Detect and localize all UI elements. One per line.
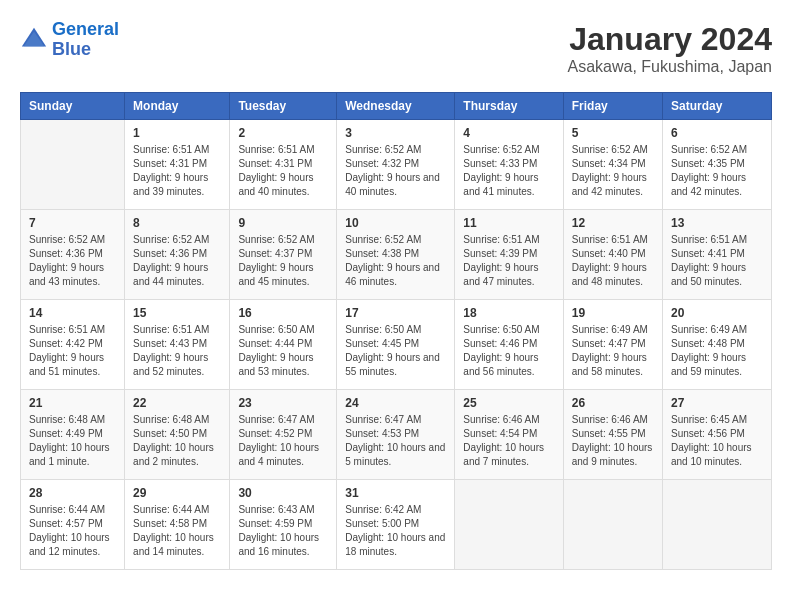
day-number: 17 [345,306,446,320]
day-number: 9 [238,216,328,230]
day-cell [21,120,125,210]
day-cell [662,480,771,570]
day-number: 2 [238,126,328,140]
day-cell: 31 Sunrise: 6:42 AMSunset: 5:00 PMDaylig… [337,480,455,570]
day-info: Sunrise: 6:52 AMSunset: 4:36 PMDaylight:… [29,233,116,289]
day-info: Sunrise: 6:51 AMSunset: 4:31 PMDaylight:… [238,143,328,199]
header-monday: Monday [125,93,230,120]
day-number: 10 [345,216,446,230]
day-info: Sunrise: 6:49 AMSunset: 4:47 PMDaylight:… [572,323,654,379]
day-info: Sunrise: 6:50 AMSunset: 4:45 PMDaylight:… [345,323,446,379]
day-cell: 9 Sunrise: 6:52 AMSunset: 4:37 PMDayligh… [230,210,337,300]
day-number: 1 [133,126,221,140]
day-info: Sunrise: 6:43 AMSunset: 4:59 PMDaylight:… [238,503,328,559]
day-number: 25 [463,396,554,410]
day-cell: 14 Sunrise: 6:51 AMSunset: 4:42 PMDaylig… [21,300,125,390]
day-cell: 30 Sunrise: 6:43 AMSunset: 4:59 PMDaylig… [230,480,337,570]
day-cell: 3 Sunrise: 6:52 AMSunset: 4:32 PMDayligh… [337,120,455,210]
day-number: 6 [671,126,763,140]
day-number: 20 [671,306,763,320]
day-number: 26 [572,396,654,410]
day-number: 14 [29,306,116,320]
day-info: Sunrise: 6:51 AMSunset: 4:41 PMDaylight:… [671,233,763,289]
day-cell: 23 Sunrise: 6:47 AMSunset: 4:52 PMDaylig… [230,390,337,480]
day-number: 4 [463,126,554,140]
day-number: 13 [671,216,763,230]
week-row-4: 28 Sunrise: 6:44 AMSunset: 4:57 PMDaylig… [21,480,772,570]
day-cell: 13 Sunrise: 6:51 AMSunset: 4:41 PMDaylig… [662,210,771,300]
calendar-subtitle: Asakawa, Fukushima, Japan [567,58,772,76]
day-info: Sunrise: 6:50 AMSunset: 4:44 PMDaylight:… [238,323,328,379]
day-number: 15 [133,306,221,320]
day-info: Sunrise: 6:52 AMSunset: 4:38 PMDaylight:… [345,233,446,289]
day-number: 7 [29,216,116,230]
header-wednesday: Wednesday [337,93,455,120]
day-number: 11 [463,216,554,230]
day-cell: 5 Sunrise: 6:52 AMSunset: 4:34 PMDayligh… [563,120,662,210]
day-number: 28 [29,486,116,500]
day-number: 23 [238,396,328,410]
day-cell: 12 Sunrise: 6:51 AMSunset: 4:40 PMDaylig… [563,210,662,300]
day-info: Sunrise: 6:52 AMSunset: 4:32 PMDaylight:… [345,143,446,199]
day-cell: 1 Sunrise: 6:51 AMSunset: 4:31 PMDayligh… [125,120,230,210]
page-header: General Blue January 2024 Asakawa, Fukus… [20,20,772,76]
day-cell: 10 Sunrise: 6:52 AMSunset: 4:38 PMDaylig… [337,210,455,300]
day-number: 3 [345,126,446,140]
day-info: Sunrise: 6:42 AMSunset: 5:00 PMDaylight:… [345,503,446,559]
day-info: Sunrise: 6:46 AMSunset: 4:55 PMDaylight:… [572,413,654,469]
calendar-title: January 2024 [567,20,772,58]
day-info: Sunrise: 6:51 AMSunset: 4:39 PMDaylight:… [463,233,554,289]
day-cell: 25 Sunrise: 6:46 AMSunset: 4:54 PMDaylig… [455,390,563,480]
day-cell: 21 Sunrise: 6:48 AMSunset: 4:49 PMDaylig… [21,390,125,480]
day-cell: 8 Sunrise: 6:52 AMSunset: 4:36 PMDayligh… [125,210,230,300]
day-cell: 20 Sunrise: 6:49 AMSunset: 4:48 PMDaylig… [662,300,771,390]
day-cell: 24 Sunrise: 6:47 AMSunset: 4:53 PMDaylig… [337,390,455,480]
day-cell [563,480,662,570]
day-info: Sunrise: 6:50 AMSunset: 4:46 PMDaylight:… [463,323,554,379]
day-cell: 15 Sunrise: 6:51 AMSunset: 4:43 PMDaylig… [125,300,230,390]
week-row-0: 1 Sunrise: 6:51 AMSunset: 4:31 PMDayligh… [21,120,772,210]
header-row: SundayMondayTuesdayWednesdayThursdayFrid… [21,93,772,120]
header-thursday: Thursday [455,93,563,120]
week-row-3: 21 Sunrise: 6:48 AMSunset: 4:49 PMDaylig… [21,390,772,480]
header-friday: Friday [563,93,662,120]
day-cell: 29 Sunrise: 6:44 AMSunset: 4:58 PMDaylig… [125,480,230,570]
day-cell: 22 Sunrise: 6:48 AMSunset: 4:50 PMDaylig… [125,390,230,480]
week-row-2: 14 Sunrise: 6:51 AMSunset: 4:42 PMDaylig… [21,300,772,390]
day-cell: 19 Sunrise: 6:49 AMSunset: 4:47 PMDaylig… [563,300,662,390]
day-number: 19 [572,306,654,320]
day-number: 27 [671,396,763,410]
day-number: 12 [572,216,654,230]
day-info: Sunrise: 6:51 AMSunset: 4:40 PMDaylight:… [572,233,654,289]
day-info: Sunrise: 6:48 AMSunset: 4:49 PMDaylight:… [29,413,116,469]
day-info: Sunrise: 6:52 AMSunset: 4:36 PMDaylight:… [133,233,221,289]
day-cell: 18 Sunrise: 6:50 AMSunset: 4:46 PMDaylig… [455,300,563,390]
day-cell: 6 Sunrise: 6:52 AMSunset: 4:35 PMDayligh… [662,120,771,210]
day-cell [455,480,563,570]
header-saturday: Saturday [662,93,771,120]
day-info: Sunrise: 6:51 AMSunset: 4:42 PMDaylight:… [29,323,116,379]
day-info: Sunrise: 6:47 AMSunset: 4:53 PMDaylight:… [345,413,446,469]
day-number: 16 [238,306,328,320]
logo-text: General Blue [52,20,119,60]
day-cell: 16 Sunrise: 6:50 AMSunset: 4:44 PMDaylig… [230,300,337,390]
logo: General Blue [20,20,119,60]
day-cell: 28 Sunrise: 6:44 AMSunset: 4:57 PMDaylig… [21,480,125,570]
day-info: Sunrise: 6:52 AMSunset: 4:37 PMDaylight:… [238,233,328,289]
day-number: 31 [345,486,446,500]
day-info: Sunrise: 6:44 AMSunset: 4:57 PMDaylight:… [29,503,116,559]
day-cell: 27 Sunrise: 6:45 AMSunset: 4:56 PMDaylig… [662,390,771,480]
day-number: 5 [572,126,654,140]
day-info: Sunrise: 6:46 AMSunset: 4:54 PMDaylight:… [463,413,554,469]
day-number: 29 [133,486,221,500]
day-info: Sunrise: 6:52 AMSunset: 4:33 PMDaylight:… [463,143,554,199]
logo-icon [20,26,48,54]
header-sunday: Sunday [21,93,125,120]
day-cell: 11 Sunrise: 6:51 AMSunset: 4:39 PMDaylig… [455,210,563,300]
day-info: Sunrise: 6:44 AMSunset: 4:58 PMDaylight:… [133,503,221,559]
day-cell: 17 Sunrise: 6:50 AMSunset: 4:45 PMDaylig… [337,300,455,390]
logo-line1: General [52,19,119,39]
day-cell: 26 Sunrise: 6:46 AMSunset: 4:55 PMDaylig… [563,390,662,480]
day-info: Sunrise: 6:48 AMSunset: 4:50 PMDaylight:… [133,413,221,469]
day-number: 30 [238,486,328,500]
